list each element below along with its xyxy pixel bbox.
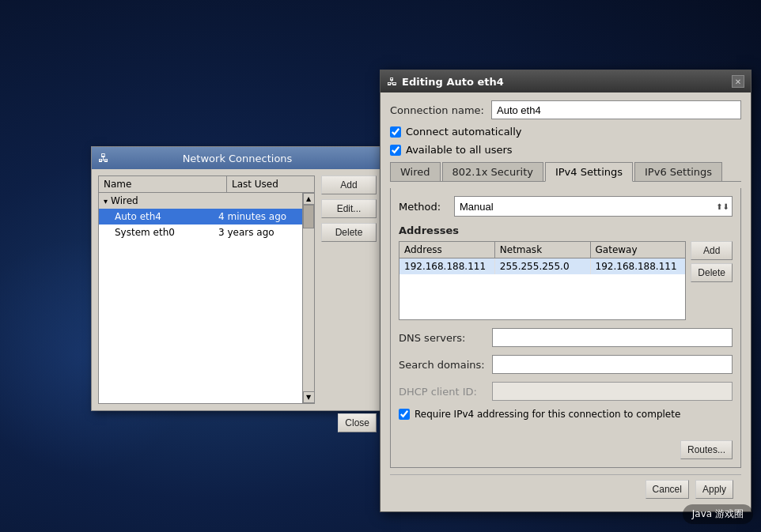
address-row-0[interactable]: 192.168.188.111 255.255.255.0 192.168.18… <box>399 258 685 274</box>
watermark-text: Java 游戏圈 <box>692 507 744 521</box>
list-item-system-eth0[interactable]: System eth0 3 years ago <box>99 224 302 240</box>
tab-ipv4[interactable]: IPv4 Settings <box>545 162 633 182</box>
dhcp-row: DHCP client ID: <box>399 382 733 401</box>
dhcp-label: DHCP client ID: <box>399 386 486 398</box>
edit-connection-button[interactable]: Edit... <box>321 199 377 218</box>
list-item-name-auto-eth4: Auto eth4 <box>115 211 218 222</box>
available-all-users-checkbox[interactable] <box>390 145 401 156</box>
scrollbar-down-btn[interactable]: ▼ <box>303 391 315 403</box>
editing-footer: Cancel Apply <box>390 474 741 504</box>
require-ipv4-label: Require IPv4 addressing for this connect… <box>415 409 680 420</box>
cancel-button[interactable]: Cancel <box>646 480 689 499</box>
list-item-name-system-eth0: System eth0 <box>115 227 218 238</box>
addresses-side-buttons: Add Delete <box>691 241 733 320</box>
method-row: Method: Manual Automatic (DHCP) Link-Loc… <box>399 196 733 217</box>
network-connections-window: 🖧 Network Connections Name Last Used ▾ W… <box>91 146 384 411</box>
search-input[interactable] <box>492 355 733 374</box>
addresses-label: Addresses <box>399 224 733 236</box>
delete-connection-button[interactable]: Delete <box>321 223 377 242</box>
tab-wired[interactable]: Wired <box>390 162 441 181</box>
list-item-lastused-system-eth0: 3 years ago <box>218 227 297 238</box>
editing-title-text: Editing Auto eth4 <box>402 76 504 88</box>
addresses-section: Addresses Address Netmask Gateway 192.16… <box>399 224 733 320</box>
close-nc-button[interactable]: Close <box>338 413 377 432</box>
editing-close-button[interactable]: ✕ <box>732 75 744 88</box>
wired-group-label: Wired <box>111 195 138 206</box>
scrollbar-thumb-area <box>303 205 314 391</box>
search-label: Search domains: <box>399 359 486 371</box>
require-ipv4-row: Require IPv4 addressing for this connect… <box>399 409 733 420</box>
watermark: Java 游戏圈 <box>683 504 753 524</box>
dns-label: DNS servers: <box>399 332 486 344</box>
connection-name-input[interactable] <box>491 100 741 119</box>
editing-window: 🖧 Editing Auto eth4 ✕ Connection name: C… <box>380 70 752 512</box>
add-connection-button[interactable]: Add <box>321 175 377 194</box>
th-address: Address <box>399 242 495 258</box>
td-address-0: 192.168.188.111 <box>399 258 495 274</box>
list-item-lastused-auto-eth4: 4 minutes ago <box>218 211 297 222</box>
nc-col-name: Name <box>99 176 227 192</box>
dns-row: DNS servers: <box>399 328 733 347</box>
editing-title-icon: 🖧 <box>387 76 397 88</box>
nc-buttons: Add Edit... Delete <box>321 175 377 404</box>
apply-button[interactable]: Apply <box>695 480 733 499</box>
add-address-button[interactable]: Add <box>691 241 733 260</box>
connect-auto-label: Connect automatically <box>406 126 522 138</box>
tab-ipv6[interactable]: IPv6 Settings <box>634 162 722 181</box>
network-connections-titlebar: 🖧 Network Connections <box>92 147 383 169</box>
method-label: Method: <box>399 201 446 213</box>
ipv4-tab-content: Method: Manual Automatic (DHCP) Link-Loc… <box>390 188 741 468</box>
require-ipv4-checkbox[interactable] <box>399 409 410 420</box>
nc-list-header: Name Last Used <box>99 176 314 193</box>
connection-name-label: Connection name: <box>390 104 485 116</box>
dhcp-input <box>492 382 733 401</box>
scrollbar-up-btn[interactable]: ▲ <box>303 193 315 205</box>
delete-address-button[interactable]: Delete <box>691 263 733 282</box>
search-row: Search domains: <box>399 355 733 374</box>
th-gateway: Gateway <box>591 242 686 258</box>
nc-footer: Close <box>92 410 383 439</box>
th-netmask: Netmask <box>495 242 591 258</box>
wired-group-header: ▾ Wired <box>99 193 302 209</box>
nc-col-last-used: Last Used <box>227 176 314 192</box>
editing-titlebar: 🖧 Editing Auto eth4 ✕ <box>380 70 751 92</box>
routes-button[interactable]: Routes... <box>680 440 733 459</box>
td-netmask-0: 255.255.255.0 <box>495 258 591 274</box>
addresses-table-wrapper: Address Netmask Gateway 192.168.188.111 … <box>399 241 733 320</box>
available-all-users-label: Available to all users <box>406 144 513 156</box>
connect-auto-row: Connect automatically <box>390 126 741 138</box>
wired-expand-icon[interactable]: ▾ <box>104 197 108 206</box>
tabs-bar: Wired 802.1x Security IPv4 Settings IPv6… <box>390 162 741 182</box>
nc-title: Network Connections <box>183 153 293 164</box>
td-gateway-0: 192.168.188.111 <box>591 258 686 274</box>
scrollbar-thumb[interactable] <box>303 205 314 228</box>
addresses-table: Address Netmask Gateway 192.168.188.111 … <box>399 241 686 320</box>
routes-row: Routes... <box>399 440 733 459</box>
addresses-table-header: Address Netmask Gateway <box>399 242 685 258</box>
available-all-users-row: Available to all users <box>390 144 741 156</box>
method-select-wrapper: Manual Automatic (DHCP) Link-Local Only … <box>454 196 733 217</box>
connection-name-row: Connection name: <box>390 100 741 119</box>
editing-body: Connection name: Connect automatically A… <box>380 92 751 511</box>
editing-title-left: 🖧 Editing Auto eth4 <box>387 76 504 88</box>
tab-8021x[interactable]: 802.1x Security <box>442 162 543 181</box>
list-item-auto-eth4[interactable]: Auto eth4 4 minutes ago <box>99 209 302 224</box>
dns-input[interactable] <box>492 328 733 347</box>
connect-auto-checkbox[interactable] <box>390 126 401 138</box>
nc-scrollbar[interactable]: ▲ ▼ <box>302 193 314 403</box>
nc-title-icon: 🖧 <box>98 152 109 164</box>
nc-body: Name Last Used ▾ Wired Auto eth4 4 minut… <box>92 169 383 410</box>
method-select[interactable]: Manual Automatic (DHCP) Link-Local Only … <box>454 196 733 217</box>
